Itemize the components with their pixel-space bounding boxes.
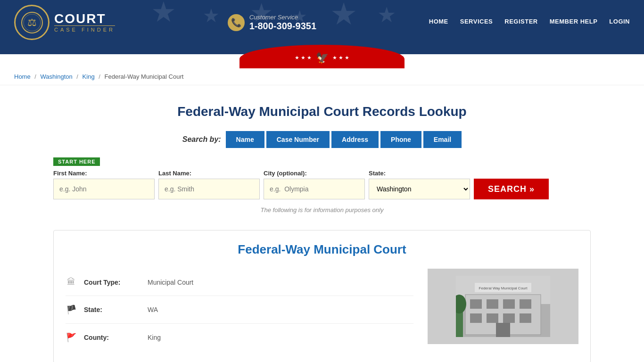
logo-icon: ⚖	[20, 11, 44, 34]
right-stars: ★ ★ ★	[332, 55, 349, 61]
last-name-group: Last Name:	[158, 170, 260, 199]
search-by-label: Search by:	[182, 135, 221, 144]
tab-address[interactable]: Address	[331, 131, 379, 148]
nav-register[interactable]: REGISTER	[504, 18, 537, 27]
site-header: ★ ★ ★ ★ ★ ★ ⚖ COURT CASE FINDER 📞 Custom…	[0, 0, 644, 45]
info-card-title: Federal-Way Municipal Court	[66, 242, 578, 257]
svg-rect-11	[487, 313, 498, 323]
eagle-stars-row: ★ ★ ★ 🦅 ★ ★ ★	[295, 52, 349, 64]
last-name-label: Last Name:	[158, 170, 260, 177]
svg-rect-13	[520, 313, 531, 323]
left-stars: ★ ★ ★	[295, 55, 312, 61]
start-here-badge: START HERE	[53, 157, 100, 166]
cs-phone: 1-800-309-9351	[249, 21, 316, 32]
info-card: Federal-Way Municipal Court 🏛 Court Type…	[53, 230, 591, 362]
breadcrumb-sep-2: /	[76, 73, 78, 80]
first-name-group: First Name:	[53, 170, 155, 199]
svg-rect-12	[503, 313, 515, 323]
logo-area: ⚖ COURT CASE FINDER	[14, 5, 115, 40]
court-type-value: Municipal Court	[148, 279, 193, 286]
city-label: City (optional):	[264, 170, 365, 177]
county-label: County:	[84, 334, 140, 341]
court-building-svg: Federal Way Municipal Court	[456, 276, 550, 337]
logo-text: COURT CASE FINDER	[54, 12, 115, 33]
nav-member-help[interactable]: MEMBER HELP	[550, 18, 598, 27]
main-nav: HOME SERVICES REGISTER MEMBER HELP LOGIN	[429, 18, 630, 27]
state-info-label: State:	[84, 306, 140, 313]
first-name-label: First Name:	[53, 170, 155, 177]
breadcrumb: Home / Washington / King / Federal-Way M…	[0, 68, 644, 85]
cs-label: Customer Service	[249, 14, 316, 21]
state-select[interactable]: Washington Alabama Alaska Arizona Arkans…	[369, 179, 470, 199]
info-fields: 🏛 Court Type: Municipal Court 🏴 State: W…	[66, 269, 413, 351]
breadcrumb-state[interactable]: Washington	[41, 73, 73, 80]
svg-rect-14	[496, 323, 510, 337]
info-card-body: 🏛 Court Type: Municipal Court 🏴 State: W…	[66, 269, 578, 351]
info-row-county: 🚩 County: King	[66, 324, 413, 351]
nav-home[interactable]: HOME	[429, 18, 448, 27]
page-title: Federal-Way Municipal Court Records Look…	[53, 104, 591, 119]
state-info-value: WA	[148, 306, 158, 313]
breadcrumb-current: Federal-Way Municipal Court	[105, 73, 184, 80]
svg-rect-7	[487, 299, 498, 309]
city-group: City (optional):	[264, 170, 365, 199]
city-input[interactable]	[264, 179, 365, 199]
court-type-label: Court Type:	[84, 279, 140, 286]
logo-court: COURT	[54, 12, 115, 25]
state-group: State: Washington Alabama Alaska Arizona…	[369, 170, 470, 199]
tab-case-number[interactable]: Case Number	[266, 131, 330, 148]
eagle-icon: 🦅	[316, 52, 329, 64]
svg-rect-10	[470, 313, 482, 323]
form-fields: First Name: Last Name: City (optional): …	[53, 170, 591, 199]
logo-case-finder: CASE FINDER	[54, 25, 115, 33]
main-content: Federal-Way Municipal Court Records Look…	[39, 85, 605, 362]
state-label: State:	[369, 170, 470, 177]
nav-login[interactable]: LOGIN	[609, 18, 630, 27]
eagle-inner: ★ ★ ★ 🦅 ★ ★ ★	[239, 45, 405, 68]
customer-service: 📞 Customer Service 1-800-309-9351	[228, 14, 316, 32]
search-button[interactable]: SEARCH »	[474, 179, 549, 199]
tab-name[interactable]: Name	[226, 131, 264, 148]
nav-services[interactable]: SERVICES	[460, 18, 493, 27]
breadcrumb-sep-3: /	[99, 73, 100, 80]
svg-rect-9	[520, 299, 531, 309]
last-name-input[interactable]	[158, 179, 260, 199]
tab-phone[interactable]: Phone	[380, 131, 421, 148]
tab-email[interactable]: Email	[423, 131, 462, 148]
info-row-court-type: 🏛 Court Type: Municipal Court	[66, 269, 413, 296]
county-icon: 🚩	[66, 332, 77, 343]
logo-circle: ⚖	[14, 5, 50, 40]
svg-text:⚖: ⚖	[27, 16, 37, 28]
svg-rect-8	[503, 299, 515, 309]
breadcrumb-county[interactable]: King	[83, 73, 95, 80]
court-type-icon: 🏛	[66, 277, 77, 287]
court-image: Federal Way Municipal Court	[428, 269, 578, 344]
breadcrumb-home[interactable]: Home	[14, 73, 31, 80]
county-value: King	[148, 334, 161, 341]
eagle-banner: ★ ★ ★ 🦅 ★ ★ ★	[0, 45, 644, 68]
breadcrumb-sep-1: /	[34, 73, 36, 80]
info-row-state: 🏴 State: WA	[66, 296, 413, 324]
svg-rect-6	[470, 299, 482, 309]
search-tabs: Name Case Number Address Phone Email	[226, 131, 462, 148]
cs-details: Customer Service 1-800-309-9351	[249, 14, 316, 32]
disclaimer: The following is for information purpose…	[53, 206, 591, 214]
phone-icon: 📞	[228, 14, 245, 31]
state-icon: 🏴	[66, 304, 77, 315]
search-form-area: START HERE First Name: Last Name: City (…	[53, 155, 591, 223]
first-name-input[interactable]	[53, 179, 155, 199]
svg-text:Federal Way Municipal Court: Federal Way Municipal Court	[479, 286, 528, 290]
search-by-row: Search by: Name Case Number Address Phon…	[53, 131, 591, 148]
